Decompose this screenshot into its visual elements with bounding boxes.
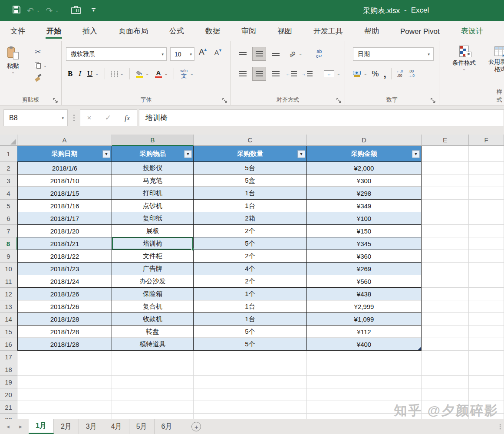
cell-A14[interactable]: 2018/1/28 <box>17 313 112 326</box>
row-header-8[interactable]: 8 <box>0 237 17 250</box>
cell-E11[interactable] <box>422 275 469 288</box>
cell-C15[interactable]: 5个 <box>194 326 307 338</box>
cell-B6[interactable]: 复印纸 <box>112 212 194 225</box>
cell-C21[interactable] <box>194 401 307 414</box>
cell-A12[interactable]: 2018/1/26 <box>17 288 112 300</box>
cell-E18[interactable] <box>422 363 469 376</box>
row-header-18[interactable]: 18 <box>0 363 17 376</box>
cell-A4[interactable]: 2018/1/15 <box>17 187 112 200</box>
cell-F3[interactable] <box>469 174 504 187</box>
cell-C10[interactable]: 4个 <box>194 263 307 275</box>
cell-B17[interactable] <box>112 351 194 363</box>
cell-F9[interactable] <box>469 250 504 263</box>
cell-E4[interactable] <box>422 187 469 200</box>
cell-F4[interactable] <box>469 187 504 200</box>
cell-C6[interactable]: 2箱 <box>194 212 307 225</box>
ribbon-tab-公式[interactable]: 公式 <box>168 22 185 41</box>
cell-D4[interactable]: ¥298 <box>307 187 422 200</box>
cell-A20[interactable] <box>17 388 112 401</box>
align-left-icon[interactable] <box>237 68 248 79</box>
cell-C9[interactable]: 2个 <box>194 250 307 263</box>
cell-E7[interactable] <box>422 225 469 237</box>
cell-E13[interactable] <box>422 300 469 313</box>
cell-F6[interactable] <box>469 212 504 225</box>
conditional-formatting-button[interactable]: ≠ 条件格式 ⌄ <box>447 46 481 72</box>
sheet-tab-5月[interactable]: 5月 <box>129 419 155 434</box>
redo-icon[interactable]: ↷ <box>46 7 53 15</box>
cell-B15[interactable]: 转盘 <box>112 326 194 338</box>
cell-D15[interactable]: ¥112 <box>307 326 422 338</box>
cell-B2[interactable]: 投影仪 <box>112 162 194 174</box>
copy-button[interactable]: ⌄ <box>35 62 47 69</box>
cell-F19[interactable] <box>469 376 504 388</box>
cell-A8[interactable]: 2018/1/21 <box>17 237 112 250</box>
cell-F14[interactable] <box>469 313 504 326</box>
decrease-font-icon[interactable]: A▼ <box>214 49 222 56</box>
cell-A15[interactable]: 2018/1/28 <box>17 326 112 338</box>
format-painter-icon[interactable] <box>35 74 42 81</box>
comma-style-button[interactable]: , <box>384 72 386 76</box>
cell-E17[interactable] <box>422 351 469 363</box>
cell-C17[interactable] <box>194 351 307 363</box>
sheet-tab-3月[interactable]: 3月 <box>79 419 104 434</box>
font-name-select[interactable]: 微软雅黑 ▾ <box>66 47 167 61</box>
cell-E3[interactable] <box>422 174 469 187</box>
cell-B3[interactable]: 马克笔 <box>112 174 194 187</box>
cell-D18[interactable] <box>307 363 422 376</box>
row-header-12[interactable]: 12 <box>0 288 17 300</box>
align-center-icon[interactable] <box>253 67 266 80</box>
merge-dropdown-icon[interactable]: ⌄ <box>337 72 340 76</box>
row-header-6[interactable]: 6 <box>0 212 17 225</box>
row-header-11[interactable]: 11 <box>0 275 17 288</box>
cell-E1[interactable] <box>422 146 469 162</box>
cell-A22[interactable] <box>17 414 112 419</box>
cell-C19[interactable] <box>194 376 307 388</box>
cell-F5[interactable] <box>469 200 504 212</box>
cell-D13[interactable]: ¥2,999 <box>307 300 422 313</box>
cell-C13[interactable]: 1台 <box>194 300 307 313</box>
cell-C20[interactable] <box>194 388 307 401</box>
decrease-indent-icon[interactable]: ← <box>286 71 297 76</box>
cell-E10[interactable] <box>422 263 469 275</box>
cell-E9[interactable] <box>422 250 469 263</box>
cell-B14[interactable]: 收款机 <box>112 313 194 326</box>
font-dialog-launcher-icon[interactable] <box>222 97 227 102</box>
alignment-dialog-launcher-icon[interactable] <box>336 97 342 102</box>
cell-B8[interactable]: 培训椅 <box>112 237 194 250</box>
cell-C12[interactable]: 1个 <box>194 288 307 300</box>
cell-B13[interactable]: 复合机 <box>112 300 194 313</box>
column-header-D[interactable]: D <box>307 135 422 146</box>
row-header-4[interactable]: 4 <box>0 187 17 200</box>
column-header-F[interactable]: F <box>469 135 504 146</box>
formula-input[interactable]: 培训椅 <box>139 109 504 126</box>
cell-C14[interactable]: 1台 <box>194 313 307 326</box>
borders-icon[interactable] <box>111 71 118 77</box>
number-format-select[interactable]: 日期 ▾ <box>353 47 434 61</box>
ribbon-tab-文件[interactable]: 文件 <box>10 22 26 41</box>
cell-B12[interactable]: 保险箱 <box>112 288 194 300</box>
row-header-9[interactable]: 9 <box>0 250 17 263</box>
italic-button[interactable]: I <box>79 69 81 78</box>
ribbon-tab-审阅[interactable]: 审阅 <box>240 22 257 41</box>
cell-E6[interactable] <box>422 212 469 225</box>
cell-E15[interactable] <box>422 326 469 338</box>
save-icon[interactable] <box>12 5 21 16</box>
fill-color-dropdown-icon[interactable]: ⌄ <box>145 72 149 76</box>
cell-F16[interactable] <box>469 338 504 351</box>
row-header-19[interactable]: 19 <box>0 376 17 388</box>
cell-D6[interactable]: ¥100 <box>307 212 422 225</box>
orientation-dropdown-icon[interactable]: ⌄ <box>299 52 302 56</box>
wrap-text-icon[interactable]: abc↵ <box>316 49 323 59</box>
cell-C8[interactable]: 5个 <box>194 237 307 250</box>
cell-B18[interactable] <box>112 363 194 376</box>
cell-A11[interactable]: 2018/1/24 <box>17 275 112 288</box>
cell-F2[interactable] <box>469 162 504 174</box>
ribbon-tab-Power Pivot[interactable]: Power Pivot <box>399 23 441 41</box>
ribbon-tab-视图[interactable]: 视图 <box>277 22 293 41</box>
cell-A7[interactable]: 2018/1/20 <box>17 225 112 237</box>
underline-dropdown-icon[interactable]: ⌄ <box>95 72 99 76</box>
row-header-17[interactable]: 17 <box>0 351 17 363</box>
redo-dropdown-icon[interactable]: ⌄ <box>55 8 59 13</box>
cell-C2[interactable]: 5台 <box>194 162 307 174</box>
ribbon-tab-开始[interactable]: 开始 <box>46 22 62 41</box>
